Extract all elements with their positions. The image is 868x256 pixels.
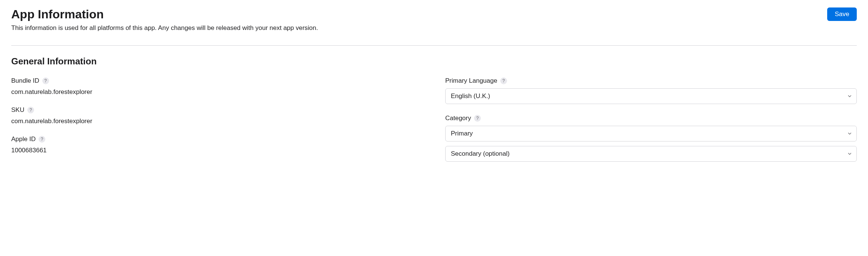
bundle-id-value: com.naturelab.forestexplorer — [11, 88, 423, 96]
help-icon[interactable]: ? — [39, 136, 45, 143]
page-subtitle: This information is used for all platfor… — [11, 24, 827, 32]
section-divider — [11, 45, 857, 46]
sku-label: SKU — [11, 106, 24, 114]
category-label: Category — [445, 115, 471, 122]
help-icon[interactable]: ? — [27, 107, 34, 113]
section-title: General Information — [11, 56, 857, 67]
left-column: Bundle ID ? com.naturelab.forestexplorer… — [11, 77, 423, 172]
category-secondary-select[interactable]: Secondary (optional) — [445, 146, 857, 162]
primary-language-field: Primary Language ? English (U.K.) — [445, 77, 857, 104]
sku-value: com.naturelab.forestexplorer — [11, 118, 423, 125]
apple-id-label: Apple ID — [11, 135, 36, 143]
apple-id-field: Apple ID ? 1000683661 — [11, 135, 423, 154]
apple-id-value: 1000683661 — [11, 147, 423, 154]
primary-language-label: Primary Language — [445, 77, 497, 85]
help-icon[interactable]: ? — [474, 115, 481, 122]
page-title: App Information — [11, 7, 827, 21]
category-primary-select[interactable]: Primary — [445, 126, 857, 141]
help-icon[interactable]: ? — [500, 77, 507, 84]
save-button[interactable]: Save — [827, 7, 857, 21]
right-column: Primary Language ? English (U.K.) Catego… — [445, 77, 857, 172]
bundle-id-label: Bundle ID — [11, 77, 39, 85]
category-field: Category ? Primary Secondary (optional) — [445, 115, 857, 162]
sku-field: SKU ? com.naturelab.forestexplorer — [11, 106, 423, 125]
primary-language-select[interactable]: English (U.K.) — [445, 88, 857, 104]
bundle-id-field: Bundle ID ? com.naturelab.forestexplorer — [11, 77, 423, 96]
help-icon[interactable]: ? — [42, 77, 49, 84]
